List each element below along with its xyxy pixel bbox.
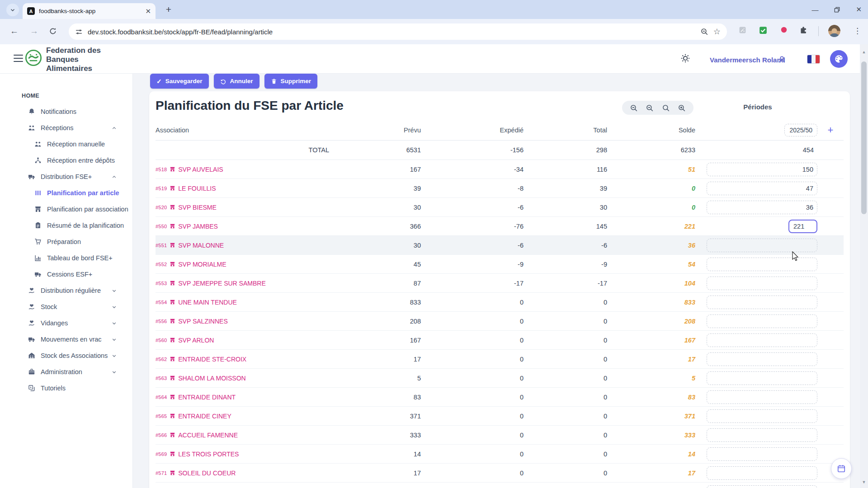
sidebar-item-reception-entre-depots[interactable]: Réception entre dépôts — [0, 152, 132, 169]
scrollbar-up-arrow[interactable]: ▲ — [860, 50, 868, 54]
delete-button[interactable]: Supprimer — [264, 74, 318, 89]
period-quantity-input[interactable] — [707, 239, 817, 252]
sidebar-item-vidanges[interactable]: Vidanges — [0, 315, 132, 331]
association-link[interactable]: #565 ENTRAIDE CINEY — [156, 413, 333, 420]
association-link[interactable]: #571 SOLEIL DU COEUR — [156, 469, 333, 477]
period-quantity-input[interactable] — [788, 220, 817, 233]
sidebar-item-mouvements-en-vrac[interactable]: Mouvements en vrac — [0, 331, 132, 347]
period-quantity-input[interactable] — [707, 409, 817, 423]
sidebar-item-stock-des-associations[interactable]: Stock des Associations — [0, 347, 132, 364]
new-tab-button[interactable]: + — [163, 4, 175, 15]
period-quantity-input[interactable] — [707, 485, 817, 488]
association-link[interactable]: #519 LE FOUILLIS — [156, 185, 333, 192]
association-link[interactable]: #560 SVP ARLON — [156, 337, 333, 344]
zoom-out-icon[interactable] — [630, 104, 638, 112]
association-link[interactable]: #518 SVP AUVELAIS — [156, 166, 333, 173]
period-quantity-input[interactable] — [707, 333, 817, 347]
col-expedie[interactable]: Expédié — [422, 127, 524, 134]
extensions-puzzle-icon[interactable] — [799, 26, 807, 34]
col-prevu[interactable]: Prévu — [333, 127, 422, 134]
reload-button[interactable] — [49, 27, 57, 35]
browser-tab[interactable]: A foodbanks-stock-app ✕ — [23, 3, 156, 19]
period-quantity-input[interactable] — [707, 182, 817, 195]
minimize-icon[interactable]: — — [811, 6, 818, 14]
sidebar-item-planification-par-association[interactable]: Planification par association — [0, 201, 132, 217]
bookmark-star-icon[interactable]: ☆ — [713, 27, 721, 37]
browser-menu-icon[interactable]: ⋮ — [854, 26, 861, 36]
association-id: #552 — [156, 262, 167, 267]
association-link[interactable]: #552 SVP MORIALME — [156, 261, 333, 268]
user-name[interactable]: Vandermeersch Roland — [710, 56, 785, 64]
user-icon[interactable] — [778, 55, 786, 64]
extension-check-icon[interactable] — [759, 26, 767, 34]
profile-avatar[interactable] — [828, 25, 840, 37]
period-quantity-input[interactable] — [707, 314, 817, 328]
sidebar-item-planification-par-article[interactable]: Planification par article — [0, 185, 132, 201]
extension-dot-icon[interactable] — [780, 26, 788, 33]
add-period-button[interactable]: + — [817, 124, 844, 136]
zoom-in-icon[interactable] — [678, 104, 686, 112]
association-link[interactable]: #566 ACCUEIL FAMENNE — [156, 432, 333, 439]
sidebar-item-stock[interactable]: Stock — [0, 299, 132, 315]
period-quantity-input[interactable] — [707, 428, 817, 442]
period-quantity-input[interactable] — [707, 390, 817, 404]
sidebar-item-notifications[interactable]: Notifications — [0, 103, 132, 120]
col-total[interactable]: Total — [524, 127, 608, 134]
theme-toggle-icon[interactable] — [680, 53, 690, 63]
close-icon[interactable]: ✕ — [856, 5, 862, 14]
sidebar-item-receptions[interactable]: Réceptions — [0, 120, 132, 136]
period-quantity-input[interactable] — [707, 258, 817, 271]
association-link[interactable]: #556 SVP SALZINNES — [156, 318, 333, 325]
sidebar-item-resume-de-la-planification[interactable]: Résumé de la planification — [0, 217, 132, 234]
site-settings-icon[interactable] — [75, 28, 83, 36]
sidebar-item-tableau-de-bord-fse[interactable]: Tableau de bord FSE+ — [0, 250, 132, 266]
zoom-out-icon[interactable] — [646, 104, 654, 112]
scrollbar-thumb[interactable] — [861, 61, 867, 214]
association-link[interactable]: #554 UNE MAIN TENDUE — [156, 299, 333, 306]
period-quantity-input[interactable] — [707, 277, 817, 290]
association-link[interactable]: #569 LES TROIS PORTES — [156, 450, 333, 458]
association-link[interactable]: #551 SVP MALONNE — [156, 242, 333, 249]
palette-button[interactable] — [830, 50, 848, 68]
association-link[interactable]: #520 SVP BIESME — [156, 204, 333, 211]
period-quantity-input[interactable] — [707, 466, 817, 480]
sidebar-item-reception-manuelle[interactable]: Réception manuelle — [0, 136, 132, 152]
sidebar-item-distribution-fse[interactable]: Distribution FSE+ — [0, 169, 132, 185]
association-link[interactable]: #563 SHALOM LA MOISSON — [156, 375, 333, 382]
restore-icon[interactable] — [834, 6, 840, 13]
back-button[interactable]: ← — [10, 26, 19, 36]
sidebar-item-administration[interactable]: Administration — [0, 364, 132, 380]
association-link[interactable]: #564 ENTRAIDE DINANT — [156, 394, 333, 401]
sidebar-item-distribution-reguliere[interactable]: Distribution régulière — [0, 282, 132, 299]
menu-toggle-icon[interactable] — [14, 55, 23, 62]
col-solde[interactable]: Solde — [608, 127, 696, 134]
period-quantity-input[interactable] — [707, 447, 817, 461]
search-icon[interactable] — [662, 104, 670, 112]
period-quantity-input[interactable] — [707, 371, 817, 385]
sidebar-item-cessions-esf[interactable]: Cessions ESF+ — [0, 266, 132, 282]
forward-button[interactable]: → — [30, 26, 38, 36]
language-flag-fr[interactable] — [807, 55, 820, 63]
period-quantity-input[interactable] — [707, 352, 817, 366]
sidebar-item-icon — [28, 124, 35, 131]
association-link[interactable]: #562 ENTRAIDE STE-CROIX — [156, 356, 333, 363]
extension-wand-icon[interactable] — [739, 26, 746, 34]
sidebar-item-tutoriels[interactable]: Tutoriels — [0, 380, 132, 396]
url-bar[interactable]: dev.stock.foodbanksit.be/stock/app/fr-BE… — [69, 23, 727, 40]
cancel-button[interactable]: Annuler — [214, 74, 259, 89]
col-association[interactable]: Association — [156, 127, 333, 134]
period-selector[interactable]: 2025/50 — [784, 124, 817, 136]
association-link[interactable]: #553 SVP JEMEPPE SUR SAMBRE — [156, 280, 333, 287]
period-quantity-input[interactable] — [707, 201, 817, 214]
save-button[interactable]: ✓ Sauvegarder — [150, 74, 209, 89]
calendar-fab[interactable] — [831, 458, 852, 479]
tab-close-icon[interactable]: ✕ — [145, 7, 151, 15]
period-quantity-input[interactable] — [707, 296, 817, 309]
association-name: SVP ARLON — [178, 337, 214, 344]
scrollbar-down-arrow[interactable]: ▼ — [860, 480, 868, 484]
association-link[interactable]: #550 SVP JAMBES — [156, 223, 333, 230]
period-quantity-input[interactable] — [707, 163, 817, 176]
tab-search-button[interactable] — [6, 4, 19, 16]
sidebar-item-preparation[interactable]: Préparation — [0, 234, 132, 250]
zoom-out-page-icon[interactable] — [700, 28, 708, 36]
